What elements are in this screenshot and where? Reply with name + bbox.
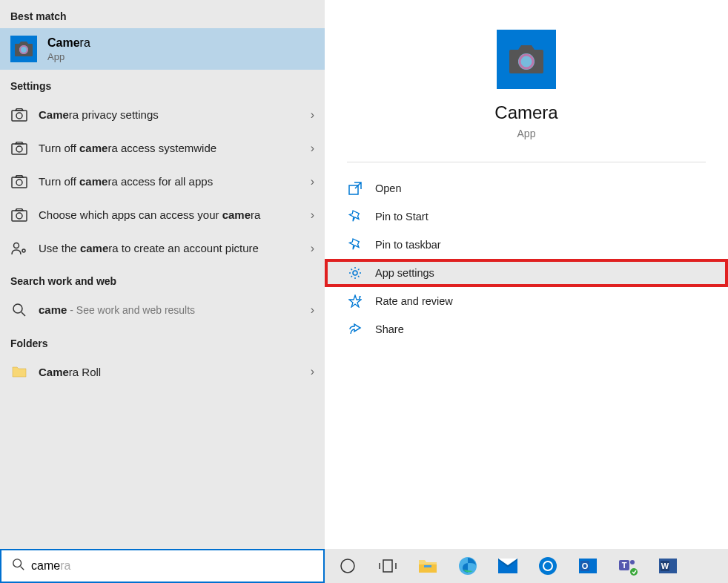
open-icon [347,182,363,195]
search-icon [12,558,25,574]
action-list: Open Pin to Start Pin to taskbar App set… [325,162,728,343]
action-pin-start[interactable]: Pin to Start [325,202,728,231]
share-icon [347,323,363,336]
svg-marker-8 [16,142,23,144]
chevron-right-icon: › [311,365,314,378]
settings-item-account-picture[interactable]: Use the camera to create an account pict… [0,231,325,265]
preview-panel: Camera App Open Pin to Start Pin to task… [325,0,728,549]
teams-icon[interactable]: T [615,553,641,579]
action-open[interactable]: Open [325,174,728,202]
svg-rect-39 [383,560,392,572]
chevron-right-icon: › [311,208,314,222]
settings-item-systemwide[interactable]: Turn off camera access systemwide › [0,131,325,165]
search-results-panel: Best match Camera App Settings Camera pr… [0,0,325,549]
svg-point-16 [14,243,19,248]
preview-title: Camera [494,102,557,123]
taskbar: camera O T W [0,549,728,583]
cortana-icon[interactable] [335,553,360,579]
folder-camera-roll[interactable]: Camera Roll › [0,355,325,389]
folders-label: Folders [0,327,325,355]
svg-point-12 [16,179,22,185]
camera-outline-icon [10,142,28,155]
word-icon[interactable]: W [655,553,681,579]
svg-line-32 [351,276,353,277]
mail-icon[interactable] [495,553,520,579]
settings-item-allapps[interactable]: Turn off camera access for all apps › [0,165,325,198]
svg-line-33 [358,269,360,271]
best-match-title: Camera [47,36,90,50]
svg-line-31 [358,276,360,277]
taskbar-search-box[interactable]: camera [0,549,325,583]
settings-item-privacy[interactable]: Camera privacy settings › [0,98,325,131]
svg-line-30 [351,269,353,271]
star-icon [347,294,363,308]
svg-marker-14 [16,208,23,211]
svg-point-25 [353,271,357,275]
svg-line-37 [21,567,24,570]
svg-marker-5 [16,108,23,111]
search-input[interactable]: camera [31,559,70,573]
svg-point-50 [544,562,552,570]
svg-rect-43 [424,565,431,567]
folder-icon [10,366,28,378]
settings-item-choose-apps[interactable]: Choose which apps can access your camera… [0,198,325,231]
camera-outline-icon [10,108,28,122]
svg-rect-13 [12,211,27,221]
camera-app-icon [10,36,37,62]
task-view-icon[interactable] [375,553,400,579]
action-pin-taskbar[interactable]: Pin to taskbar [325,231,728,259]
svg-point-57 [630,568,638,576]
search-icon [10,303,28,317]
action-app-settings[interactable]: App settings [325,259,728,287]
best-match-camera[interactable]: Camera App [0,28,325,70]
svg-rect-7 [12,144,27,154]
pin-icon [347,238,363,251]
edge-icon[interactable] [455,553,480,579]
chevron-right-icon: › [311,242,314,255]
search-web-label: Search work and web [0,265,325,293]
search-web-item[interactable]: came - See work and web results › [0,293,325,327]
chevron-right-icon: › [311,175,314,188]
settings-label: Settings [0,70,325,98]
svg-point-15 [16,213,22,219]
outlook-icon[interactable]: O [575,553,600,579]
dell-icon[interactable] [535,553,560,579]
best-match-subtitle: App [47,51,90,62]
svg-text:T: T [622,561,627,570]
svg-point-56 [630,560,635,564]
svg-marker-11 [16,175,23,177]
svg-marker-1 [19,42,28,44]
svg-point-38 [341,559,354,573]
action-share[interactable]: Share [325,315,728,343]
svg-point-18 [13,304,22,313]
chevron-right-icon: › [311,108,314,122]
svg-rect-10 [12,177,27,188]
svg-point-9 [16,146,22,152]
svg-rect-4 [12,111,27,121]
person-settings-icon [10,242,28,255]
svg-text:W: W [661,561,669,570]
svg-point-17 [22,249,25,252]
best-match-label: Best match [0,0,325,28]
pin-icon [347,210,363,223]
preview-subtitle: App [517,128,536,139]
svg-marker-21 [518,45,535,50]
svg-point-6 [16,113,22,119]
chevron-right-icon: › [311,303,314,317]
svg-line-19 [21,312,25,316]
svg-point-36 [13,559,21,567]
chevron-right-icon: › [311,142,314,155]
camera-outline-icon [10,175,28,188]
camera-outline-icon [10,208,28,222]
svg-text:O: O [582,561,589,570]
action-rate[interactable]: Rate and review [325,287,728,315]
gear-icon [347,266,363,280]
file-explorer-icon[interactable] [415,553,440,579]
camera-app-large-icon [497,30,556,89]
